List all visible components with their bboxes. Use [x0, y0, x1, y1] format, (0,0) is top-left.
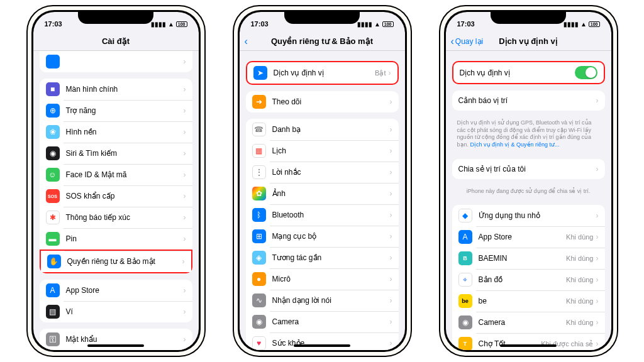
scroll-content[interactable]: › ■Màn hình chính› ⊕Trợ năng› ❀Hình nền›… — [33, 51, 199, 350]
item-nearby[interactable]: ◈Tương tác gần› — [246, 247, 399, 268]
app-chotot[interactable]: TChợ TốtKhi được chia sẻ› — [452, 333, 605, 350]
privacy-group: ➜Theo dõi› — [246, 91, 399, 112]
chevron-right-icon: › — [184, 335, 186, 344]
item-calendar[interactable]: ▦Lịch› — [246, 140, 399, 162]
item-home-screen[interactable]: ■Màn hình chính› — [40, 79, 192, 100]
app-appstore[interactable]: AApp StoreKhi dùng› — [452, 226, 605, 248]
back-button[interactable]: ‹Quay lại — [451, 36, 484, 47]
row-label: Ảnh — [272, 189, 390, 198]
row-location-alerts[interactable]: Cảnh báo vị trí › — [452, 90, 605, 111]
screen-privacy: 17:03 ▮▮▮▮ ▲ 100 ‹ Quyền riêng tư & Bảo … — [240, 12, 405, 350]
item-health[interactable]: ♥Sức khỏe› — [246, 332, 399, 350]
row-label: Danh bạ — [272, 125, 390, 134]
chevron-right-icon: › — [389, 69, 391, 77]
notch — [491, 10, 566, 24]
bluetooth-icon: ᛒ — [252, 208, 266, 222]
row-share-location[interactable]: Chia sẻ vị trí của tôi › — [452, 159, 605, 179]
screen-settings: 17:03 ▮▮▮▮ ▲ 100 Cài đặt › ■Màn hình chí… — [33, 12, 199, 350]
item-battery[interactable]: ▬Pin› — [40, 228, 192, 250]
battery-icon: 100 — [176, 21, 187, 27]
row-detail: Khi dùng — [566, 319, 593, 326]
app-be[interactable]: bebeKhi dùng› — [452, 290, 605, 312]
row-label: App Store — [66, 286, 184, 295]
item-faceid[interactable]: ☺Face ID & Mật mã› — [40, 164, 192, 185]
app-maps[interactable]: ⌖Bản đồKhi dùng› — [452, 269, 605, 290]
notch — [78, 10, 153, 24]
chevron-right-icon: › — [184, 128, 186, 136]
share-group: Chia sẻ vị trí của tôi › — [452, 159, 605, 179]
nearby-icon: ◈ — [252, 251, 266, 265]
privacy-group: ☎Danh bạ› ▦Lịch› ⋮Lời nhắc› ✿Ảnh› ᛒBluet… — [246, 119, 399, 350]
item-privacy[interactable]: ✋Quyền riêng tư & Bảo mật› — [40, 250, 192, 273]
wallet-icon: ▤ — [46, 305, 60, 319]
battery-icon: 100 — [589, 21, 600, 27]
settings-group: › — [40, 51, 192, 72]
chevron-right-icon: › — [390, 296, 392, 305]
camera-icon: ◉ — [458, 315, 472, 329]
item-location-services[interactable]: ➤Dịch vụ định vịBật› — [247, 62, 397, 84]
item-camera[interactable]: ◉Camera› — [246, 311, 399, 332]
chevron-right-icon: › — [184, 106, 186, 115]
chevron-left-icon: ‹ — [245, 36, 248, 47]
privacy-group: ➤Dịch vụ định vịBật› — [246, 61, 399, 85]
item-speech[interactable]: ∿Nhận dạng lời nói› — [246, 290, 399, 311]
apps-group: ◆Ứng dụng thu nhỏ› AApp StoreKhi dùng› B… — [452, 205, 605, 350]
siri-icon: ◉ — [46, 146, 60, 160]
chevron-right-icon: › — [390, 97, 392, 106]
row-label: Dịch vụ định vị — [274, 69, 375, 77]
item-wallpaper[interactable]: ❀Hình nền› — [40, 121, 192, 143]
privacy-link[interactable]: Dịch vụ định vị & Quyền riêng tư... — [470, 141, 560, 148]
item-appstore[interactable]: AApp Store› — [40, 280, 192, 301]
item-reminders[interactable]: ⋮Lời nhắc› — [246, 162, 399, 183]
item-mic[interactable]: ●Micrô› — [246, 268, 399, 290]
row-label: Pin — [66, 234, 184, 243]
row-label: Theo dõi — [272, 97, 390, 106]
app-baemin[interactable]: BBAEMINKhi dùng› — [452, 248, 605, 269]
nav-bar: Cài đặt — [33, 32, 199, 51]
reminders-icon: ⋮ — [252, 165, 266, 179]
chevron-right-icon: › — [184, 149, 186, 158]
item-wallet[interactable]: ▤Ví› — [40, 301, 192, 322]
wallpaper-icon: ❀ — [46, 125, 60, 139]
chevron-right-icon: › — [390, 146, 392, 155]
chevron-right-icon: › — [596, 165, 599, 173]
row-label: Hình nền — [66, 128, 184, 136]
home-indicator[interactable] — [87, 344, 144, 347]
item-exposure[interactable]: ✱Thông báo tiếp xúc› — [40, 207, 192, 228]
chevron-right-icon: › — [184, 85, 186, 94]
row-label: Ứng dụng thu nhỏ — [479, 211, 596, 220]
item-contacts[interactable]: ☎Danh bạ› — [246, 119, 399, 140]
item-tracking[interactable]: ➜Theo dõi› — [246, 91, 399, 112]
item-accessibility[interactable]: ⊕Trợ năng› — [40, 100, 192, 121]
row-label: Cảnh báo vị trí — [458, 96, 596, 105]
chevron-right-icon: › — [390, 232, 392, 241]
row-detail: Khi dùng — [566, 255, 593, 262]
item-siri[interactable]: ◉Siri & Tìm kiếm› — [40, 143, 192, 164]
toggle-switch[interactable] — [575, 66, 597, 79]
back-button[interactable]: ‹ — [245, 36, 248, 47]
item-bluetooth[interactable]: ᛒBluetooth› — [246, 204, 399, 226]
mic-icon: ● — [252, 272, 266, 286]
location-icon: ➤ — [253, 66, 267, 80]
contacts-icon: ☎ — [252, 123, 266, 136]
row-detail: Bật — [375, 69, 386, 77]
item-sos[interactable]: SOSSOS khẩn cấp› — [40, 185, 192, 207]
row-location-toggle[interactable]: Dịch vụ định vị — [453, 62, 604, 83]
chevron-right-icon: › — [184, 170, 186, 179]
row-label: BAEMIN — [479, 254, 567, 263]
home-indicator[interactable] — [500, 344, 557, 347]
app-clips[interactable]: ◆Ứng dụng thu nhỏ› — [452, 205, 605, 226]
home-indicator[interactable] — [294, 344, 350, 347]
appclips-icon: ◆ — [458, 209, 472, 222]
item-localnet[interactable]: ⊞Mạng cục bộ› — [246, 226, 399, 247]
settings-group: AApp Store› ▤Ví› — [40, 280, 192, 322]
item-photos[interactable]: ✿Ảnh› — [246, 183, 399, 204]
row-label: Màn hình chính — [66, 85, 184, 94]
app-camera[interactable]: ◉CameraKhi dùng› — [452, 312, 605, 333]
list-item[interactable]: › — [40, 51, 192, 72]
nav-bar: ‹ Quyền riêng tư & Bảo mật — [240, 32, 405, 51]
chevron-right-icon: › — [390, 168, 392, 177]
scroll-content[interactable]: ➤Dịch vụ định vịBật› ➜Theo dõi› ☎Danh bạ… — [240, 51, 405, 350]
scroll-content[interactable]: Dịch vụ định vị Cảnh báo vị trí › Dịch v… — [446, 51, 611, 350]
page-title: Dịch vụ định vị — [499, 36, 558, 46]
